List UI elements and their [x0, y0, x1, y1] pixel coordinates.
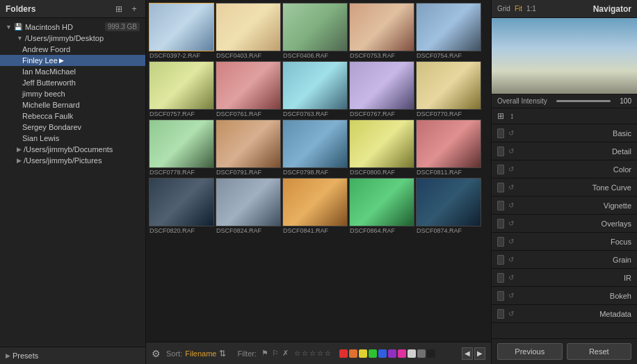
adjustment-item-metadata[interactable]: ↺ Metadata: [492, 305, 637, 323]
folder-sian[interactable]: Sian Lewis: [0, 133, 145, 144]
settings-icon[interactable]: ⚙: [152, 348, 161, 359]
adjustment-item-vignette[interactable]: ↺ Vignette: [492, 197, 637, 215]
photo-thumb[interactable]: DSCF0874.RAF: [416, 178, 481, 235]
photo-thumb[interactable]: DSCF0757.RAF: [149, 61, 214, 118]
photo-thumb[interactable]: DSCF0791.RAF: [216, 119, 281, 176]
adjustment-item-detail[interactable]: ↺ Detail: [492, 142, 637, 160]
adj-enable-btn[interactable]: [497, 183, 504, 192]
drive-item[interactable]: ▼ 💾 Macintosh HD 999.3 GB: [0, 21, 145, 33]
folder-jimmy[interactable]: jimmy beech: [0, 88, 145, 99]
adj-enable-btn[interactable]: [497, 147, 504, 156]
color-filter-red[interactable]: [339, 349, 348, 358]
filter-flag-icon[interactable]: ⚑: [261, 349, 268, 358]
adj-reset-icon[interactable]: ↺: [507, 165, 515, 174]
adj-enable-btn[interactable]: [497, 255, 504, 265]
photo-thumb[interactable]: DSCF0770.RAF: [416, 61, 481, 118]
color-filter-white[interactable]: [408, 349, 416, 358]
intensity-slider[interactable]: [556, 100, 611, 102]
adjustment-item-tone-curve[interactable]: ↺ Tone Curve: [492, 179, 637, 197]
star1[interactable]: ☆: [294, 349, 300, 357]
adjustment-item-focus[interactable]: ↺ Focus: [492, 233, 637, 251]
folder-andrew[interactable]: Andrew Foord: [0, 44, 145, 55]
photo-thumb[interactable]: DSCF0811.RAF: [416, 119, 481, 176]
adj-reset-icon[interactable]: ↺: [507, 147, 515, 156]
folder-pictures[interactable]: ▶ /Users/jimmyb/Pictures: [0, 155, 145, 166]
adjustment-item-basic[interactable]: ↺ Basic: [492, 124, 637, 142]
nav-next-arrow[interactable]: ▶: [474, 347, 485, 360]
adj-reset-icon[interactable]: ↺: [507, 183, 515, 192]
star2[interactable]: ☆: [302, 349, 308, 357]
photo-thumb[interactable]: DSCF0841.RAF: [282, 178, 348, 235]
adjustment-item-overlays[interactable]: ↺ Overlays: [492, 215, 637, 233]
folder-finley[interactable]: Finley Lee ▶: [0, 55, 145, 66]
folder-rebecca[interactable]: Rebecca Faulk: [0, 110, 145, 122]
color-filter-orange[interactable]: [349, 349, 357, 358]
photo-thumb[interactable]: DSCF0761.RAF: [216, 61, 281, 118]
color-filter-black[interactable]: [427, 349, 435, 358]
presets-header[interactable]: ▶ Presets: [0, 347, 145, 364]
nav-fit-label[interactable]: Fit: [515, 5, 522, 13]
crop-tool-icon[interactable]: ⊞: [497, 111, 504, 121]
filter-flag2-icon[interactable]: ⚐: [272, 349, 279, 358]
adj-enable-btn[interactable]: [497, 219, 504, 229]
adj-enable-btn[interactable]: [497, 273, 504, 283]
filter-reject-icon[interactable]: ✗: [282, 349, 289, 358]
photo-thumb[interactable]: DSCF0824.RAF: [216, 178, 281, 235]
sort-arrows-icon[interactable]: ⇅: [219, 349, 226, 358]
adj-enable-btn[interactable]: [497, 129, 504, 138]
adjustment-item-bokeh[interactable]: ↺ Bokeh: [492, 287, 637, 305]
transform-tool-icon[interactable]: ↕: [510, 111, 514, 121]
folder-ian[interactable]: Ian MacMichael: [0, 66, 145, 77]
adj-reset-icon[interactable]: ↺: [507, 201, 515, 210]
previous-button[interactable]: Previous: [497, 343, 563, 360]
adj-enable-btn[interactable]: [497, 237, 504, 247]
star5[interactable]: ☆: [325, 349, 331, 357]
adj-reset-icon[interactable]: ↺: [507, 129, 515, 138]
photo-thumb[interactable]: DSCF0754.RAF: [416, 3, 481, 60]
adjustment-item-ir[interactable]: ↺ IR: [492, 269, 637, 287]
photo-thumb[interactable]: DSCF0800.RAF: [349, 119, 414, 176]
nav-prev-arrow[interactable]: ◀: [462, 347, 473, 360]
adjustment-item-color[interactable]: ↺ Color: [492, 160, 637, 179]
folder-michelle[interactable]: Michelle Bernard: [0, 99, 145, 110]
star4[interactable]: ☆: [317, 349, 323, 357]
photo-thumb[interactable]: DSCF0767.RAF: [349, 61, 414, 118]
adj-reset-icon[interactable]: ↺: [507, 310, 515, 318]
photo-thumb[interactable]: DSCF0778.RAF: [149, 119, 214, 176]
nav-1to1-label[interactable]: 1:1: [526, 5, 536, 13]
color-filter-pink[interactable]: [398, 349, 406, 358]
photo-thumb[interactable]: DSCF0397-2.RAF: [149, 3, 214, 60]
folders-grid-icon[interactable]: ⊞: [113, 3, 124, 15]
photo-thumb[interactable]: DSCF0798.RAF: [282, 119, 348, 176]
folders-add-icon[interactable]: +: [129, 3, 140, 15]
adj-reset-icon[interactable]: ↺: [507, 238, 515, 246]
sort-value[interactable]: Filename: [185, 349, 216, 358]
color-filter-blue[interactable]: [378, 349, 387, 358]
folder-sergey[interactable]: Sergey Bondarev: [0, 122, 145, 133]
photo-thumb[interactable]: DSCF0406.RAF: [282, 3, 348, 60]
star3[interactable]: ☆: [309, 349, 316, 357]
color-filter-green[interactable]: [369, 349, 377, 358]
adj-enable-btn[interactable]: [497, 165, 504, 174]
adjustment-item-grain[interactable]: ↺ Grain: [492, 251, 637, 269]
folder-documents[interactable]: ▶ /Users/jimmyb/Documents: [0, 144, 145, 155]
photo-thumb[interactable]: DSCF0864.RAF: [349, 178, 414, 235]
adj-reset-icon[interactable]: ↺: [507, 220, 515, 228]
photo-thumb[interactable]: DSCF0753.RAF: [349, 3, 414, 60]
adj-reset-icon[interactable]: ↺: [507, 274, 515, 282]
color-filter-yellow[interactable]: [359, 349, 367, 358]
photo-thumb[interactable]: DSCF0403.RAF: [216, 3, 281, 60]
color-filter-purple[interactable]: [388, 349, 396, 358]
adj-enable-btn[interactable]: [497, 291, 504, 301]
adj-reset-icon[interactable]: ↺: [507, 292, 515, 300]
folder-desktop[interactable]: ▼ /Users/jimmyb/Desktop: [0, 33, 145, 44]
adj-enable-btn[interactable]: [497, 309, 504, 319]
adj-reset-icon[interactable]: ↺: [507, 256, 515, 264]
nav-grid-label[interactable]: Grid: [497, 5, 510, 13]
folder-jeff[interactable]: Jeff Butterworth: [0, 77, 145, 88]
color-filter-gray[interactable]: [417, 349, 426, 358]
reset-button[interactable]: Reset: [567, 343, 632, 360]
photo-thumb[interactable]: DSCF0763.RAF: [282, 61, 348, 118]
adj-enable-btn[interactable]: [497, 201, 504, 210]
photo-thumb[interactable]: DSCF0820.RAF: [149, 178, 214, 235]
